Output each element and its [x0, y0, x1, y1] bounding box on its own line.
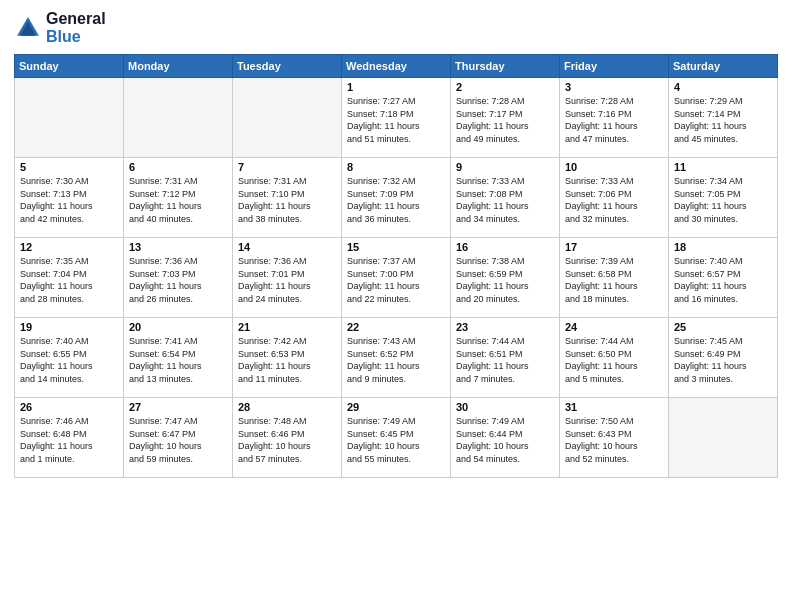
- weekday-header: Tuesday: [233, 55, 342, 78]
- day-number: 10: [565, 161, 663, 173]
- week-row: 19Sunrise: 7:40 AM Sunset: 6:55 PM Dayli…: [15, 318, 778, 398]
- calendar-cell: 11Sunrise: 7:34 AM Sunset: 7:05 PM Dayli…: [669, 158, 778, 238]
- day-number: 5: [20, 161, 118, 173]
- calendar-cell: 6Sunrise: 7:31 AM Sunset: 7:12 PM Daylig…: [124, 158, 233, 238]
- day-number: 16: [456, 241, 554, 253]
- day-info: Sunrise: 7:49 AM Sunset: 6:44 PM Dayligh…: [456, 415, 554, 465]
- week-row: 1Sunrise: 7:27 AM Sunset: 7:18 PM Daylig…: [15, 78, 778, 158]
- day-number: 27: [129, 401, 227, 413]
- calendar-cell: 29Sunrise: 7:49 AM Sunset: 6:45 PM Dayli…: [342, 398, 451, 478]
- calendar-cell: 12Sunrise: 7:35 AM Sunset: 7:04 PM Dayli…: [15, 238, 124, 318]
- calendar-cell: [15, 78, 124, 158]
- day-info: Sunrise: 7:44 AM Sunset: 6:51 PM Dayligh…: [456, 335, 554, 385]
- day-info: Sunrise: 7:39 AM Sunset: 6:58 PM Dayligh…: [565, 255, 663, 305]
- calendar-cell: 28Sunrise: 7:48 AM Sunset: 6:46 PM Dayli…: [233, 398, 342, 478]
- day-number: 3: [565, 81, 663, 93]
- calendar-cell: 8Sunrise: 7:32 AM Sunset: 7:09 PM Daylig…: [342, 158, 451, 238]
- weekday-header: Sunday: [15, 55, 124, 78]
- day-info: Sunrise: 7:27 AM Sunset: 7:18 PM Dayligh…: [347, 95, 445, 145]
- day-number: 23: [456, 321, 554, 333]
- weekday-header: Monday: [124, 55, 233, 78]
- calendar-cell: 21Sunrise: 7:42 AM Sunset: 6:53 PM Dayli…: [233, 318, 342, 398]
- day-info: Sunrise: 7:36 AM Sunset: 7:01 PM Dayligh…: [238, 255, 336, 305]
- calendar-cell: 16Sunrise: 7:38 AM Sunset: 6:59 PM Dayli…: [451, 238, 560, 318]
- calendar-cell: [233, 78, 342, 158]
- day-info: Sunrise: 7:48 AM Sunset: 6:46 PM Dayligh…: [238, 415, 336, 465]
- day-number: 30: [456, 401, 554, 413]
- day-number: 14: [238, 241, 336, 253]
- day-info: Sunrise: 7:28 AM Sunset: 7:16 PM Dayligh…: [565, 95, 663, 145]
- day-info: Sunrise: 7:32 AM Sunset: 7:09 PM Dayligh…: [347, 175, 445, 225]
- day-info: Sunrise: 7:37 AM Sunset: 7:00 PM Dayligh…: [347, 255, 445, 305]
- day-info: Sunrise: 7:34 AM Sunset: 7:05 PM Dayligh…: [674, 175, 772, 225]
- day-number: 13: [129, 241, 227, 253]
- day-number: 25: [674, 321, 772, 333]
- calendar-cell: 4Sunrise: 7:29 AM Sunset: 7:14 PM Daylig…: [669, 78, 778, 158]
- day-info: Sunrise: 7:49 AM Sunset: 6:45 PM Dayligh…: [347, 415, 445, 465]
- logo-text: General Blue: [46, 10, 106, 46]
- calendar-cell: 15Sunrise: 7:37 AM Sunset: 7:00 PM Dayli…: [342, 238, 451, 318]
- day-info: Sunrise: 7:30 AM Sunset: 7:13 PM Dayligh…: [20, 175, 118, 225]
- day-info: Sunrise: 7:42 AM Sunset: 6:53 PM Dayligh…: [238, 335, 336, 385]
- day-number: 26: [20, 401, 118, 413]
- day-info: Sunrise: 7:41 AM Sunset: 6:54 PM Dayligh…: [129, 335, 227, 385]
- day-info: Sunrise: 7:33 AM Sunset: 7:06 PM Dayligh…: [565, 175, 663, 225]
- day-info: Sunrise: 7:29 AM Sunset: 7:14 PM Dayligh…: [674, 95, 772, 145]
- day-info: Sunrise: 7:40 AM Sunset: 6:55 PM Dayligh…: [20, 335, 118, 385]
- day-number: 12: [20, 241, 118, 253]
- day-number: 1: [347, 81, 445, 93]
- calendar-cell: 7Sunrise: 7:31 AM Sunset: 7:10 PM Daylig…: [233, 158, 342, 238]
- logo-icon: [14, 14, 42, 42]
- day-number: 17: [565, 241, 663, 253]
- calendar-table: SundayMondayTuesdayWednesdayThursdayFrid…: [14, 54, 778, 478]
- day-number: 4: [674, 81, 772, 93]
- calendar-cell: 5Sunrise: 7:30 AM Sunset: 7:13 PM Daylig…: [15, 158, 124, 238]
- week-row: 12Sunrise: 7:35 AM Sunset: 7:04 PM Dayli…: [15, 238, 778, 318]
- weekday-header: Friday: [560, 55, 669, 78]
- day-info: Sunrise: 7:50 AM Sunset: 6:43 PM Dayligh…: [565, 415, 663, 465]
- day-number: 11: [674, 161, 772, 173]
- calendar-cell: [669, 398, 778, 478]
- day-number: 21: [238, 321, 336, 333]
- logo: General Blue: [14, 10, 106, 46]
- day-info: Sunrise: 7:35 AM Sunset: 7:04 PM Dayligh…: [20, 255, 118, 305]
- day-info: Sunrise: 7:28 AM Sunset: 7:17 PM Dayligh…: [456, 95, 554, 145]
- calendar-cell: 18Sunrise: 7:40 AM Sunset: 6:57 PM Dayli…: [669, 238, 778, 318]
- day-number: 9: [456, 161, 554, 173]
- day-info: Sunrise: 7:33 AM Sunset: 7:08 PM Dayligh…: [456, 175, 554, 225]
- day-info: Sunrise: 7:31 AM Sunset: 7:12 PM Dayligh…: [129, 175, 227, 225]
- calendar-cell: 2Sunrise: 7:28 AM Sunset: 7:17 PM Daylig…: [451, 78, 560, 158]
- day-number: 22: [347, 321, 445, 333]
- calendar-cell: 1Sunrise: 7:27 AM Sunset: 7:18 PM Daylig…: [342, 78, 451, 158]
- calendar-cell: 22Sunrise: 7:43 AM Sunset: 6:52 PM Dayli…: [342, 318, 451, 398]
- calendar-cell: 30Sunrise: 7:49 AM Sunset: 6:44 PM Dayli…: [451, 398, 560, 478]
- day-info: Sunrise: 7:45 AM Sunset: 6:49 PM Dayligh…: [674, 335, 772, 385]
- weekday-header: Saturday: [669, 55, 778, 78]
- day-info: Sunrise: 7:44 AM Sunset: 6:50 PM Dayligh…: [565, 335, 663, 385]
- calendar-cell: [124, 78, 233, 158]
- weekday-header-row: SundayMondayTuesdayWednesdayThursdayFrid…: [15, 55, 778, 78]
- day-number: 19: [20, 321, 118, 333]
- calendar-cell: 23Sunrise: 7:44 AM Sunset: 6:51 PM Dayli…: [451, 318, 560, 398]
- week-row: 5Sunrise: 7:30 AM Sunset: 7:13 PM Daylig…: [15, 158, 778, 238]
- calendar-cell: 9Sunrise: 7:33 AM Sunset: 7:08 PM Daylig…: [451, 158, 560, 238]
- day-info: Sunrise: 7:36 AM Sunset: 7:03 PM Dayligh…: [129, 255, 227, 305]
- day-number: 20: [129, 321, 227, 333]
- calendar-cell: 3Sunrise: 7:28 AM Sunset: 7:16 PM Daylig…: [560, 78, 669, 158]
- calendar-cell: 17Sunrise: 7:39 AM Sunset: 6:58 PM Dayli…: [560, 238, 669, 318]
- day-number: 8: [347, 161, 445, 173]
- day-number: 28: [238, 401, 336, 413]
- day-number: 7: [238, 161, 336, 173]
- calendar-cell: 10Sunrise: 7:33 AM Sunset: 7:06 PM Dayli…: [560, 158, 669, 238]
- calendar-cell: 27Sunrise: 7:47 AM Sunset: 6:47 PM Dayli…: [124, 398, 233, 478]
- day-info: Sunrise: 7:38 AM Sunset: 6:59 PM Dayligh…: [456, 255, 554, 305]
- header: General Blue: [14, 10, 778, 46]
- day-info: Sunrise: 7:31 AM Sunset: 7:10 PM Dayligh…: [238, 175, 336, 225]
- calendar-cell: 31Sunrise: 7:50 AM Sunset: 6:43 PM Dayli…: [560, 398, 669, 478]
- calendar-cell: 14Sunrise: 7:36 AM Sunset: 7:01 PM Dayli…: [233, 238, 342, 318]
- day-number: 6: [129, 161, 227, 173]
- day-number: 15: [347, 241, 445, 253]
- calendar-cell: 25Sunrise: 7:45 AM Sunset: 6:49 PM Dayli…: [669, 318, 778, 398]
- page: General Blue SundayMondayTuesdayWednesda…: [0, 0, 792, 612]
- calendar-cell: 20Sunrise: 7:41 AM Sunset: 6:54 PM Dayli…: [124, 318, 233, 398]
